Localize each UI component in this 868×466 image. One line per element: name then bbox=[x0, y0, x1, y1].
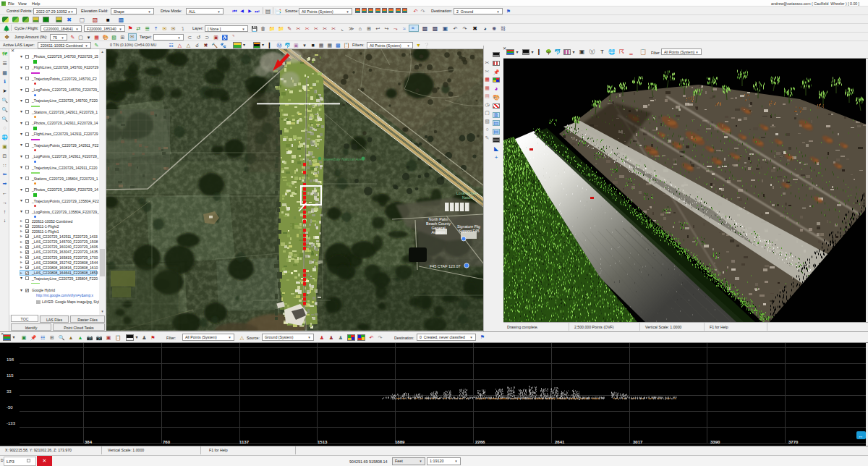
svg-text:1889: 1889 bbox=[395, 440, 405, 444]
svg-text:760: 760 bbox=[163, 440, 171, 444]
svg-text:3390: 3390 bbox=[710, 440, 720, 444]
svg-text:115: 115 bbox=[7, 373, 14, 378]
svg-text:2266: 2266 bbox=[475, 440, 485, 444]
svg-text:Sweetbay Natural Area: Sweetbay Natural Area bbox=[323, 157, 364, 161]
svg-text:33: 33 bbox=[7, 389, 12, 394]
svg-text:F45 CTAF 123.07: F45 CTAF 123.07 bbox=[430, 264, 460, 268]
svg-text:2641: 2641 bbox=[555, 440, 565, 444]
svg-text:384: 384 bbox=[85, 440, 93, 444]
svg-text:1513: 1513 bbox=[318, 440, 328, 444]
svg-text:3770: 3770 bbox=[788, 440, 799, 444]
svg-text:Aviation: Aviation bbox=[431, 230, 445, 234]
svg-text:3017: 3017 bbox=[633, 440, 643, 444]
svg-text:198: 198 bbox=[7, 357, 14, 362]
svg-text:Natura: Natura bbox=[462, 195, 473, 200]
svg-text:1137: 1137 bbox=[239, 440, 250, 444]
svg-text:↔: ↔ bbox=[859, 433, 864, 439]
svg-text:-50: -50 bbox=[7, 405, 13, 410]
svg-text:-133: -133 bbox=[7, 421, 16, 425]
svg-text:Support F45: Support F45 bbox=[459, 229, 480, 233]
